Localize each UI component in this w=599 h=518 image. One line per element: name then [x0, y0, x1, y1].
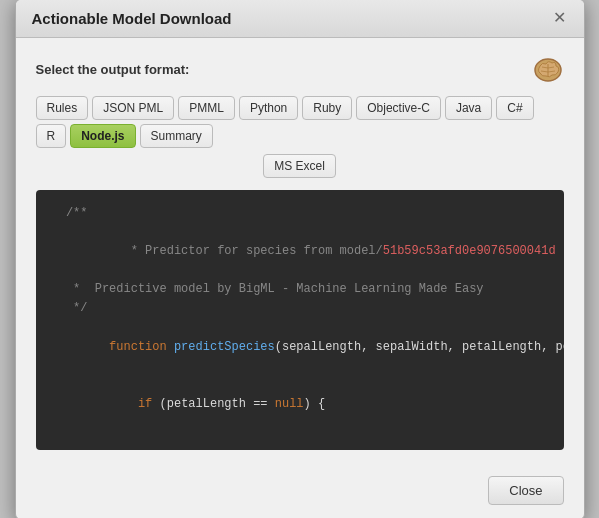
format-btn-summary[interactable]: Summary — [140, 124, 213, 148]
format-buttons-row: Rules JSON PML PMML Python Ruby Objectiv… — [36, 96, 564, 148]
format-btn-json-pml[interactable]: JSON PML — [92, 96, 174, 120]
dialog: Actionable Model Download ✕ Select the o… — [15, 0, 585, 518]
close-button[interactable]: Close — [488, 476, 563, 505]
format-btn-java[interactable]: Java — [445, 96, 492, 120]
dialog-body: Select the output format: Rules JSON PML… — [16, 38, 584, 466]
format-btn-csharp[interactable]: C# — [496, 96, 533, 120]
format-btn-rules[interactable]: Rules — [36, 96, 89, 120]
code-area: /** * Predictor for species from model/5… — [36, 190, 564, 450]
code-line-1: /** — [52, 204, 548, 223]
format-btn-python[interactable]: Python — [239, 96, 298, 120]
title-bar: Actionable Model Download ✕ — [16, 0, 584, 38]
code-line-5: function predictSpecies(sepalLength, sep… — [52, 319, 548, 377]
format-btn-objective-c[interactable]: Objective-C — [356, 96, 441, 120]
close-x-button[interactable]: ✕ — [552, 10, 568, 26]
code-line-3: * Predictive model by BigML - Machine Le… — [52, 280, 548, 299]
dialog-footer: Close — [16, 466, 584, 519]
code-line-6: if (petalLength == null) { — [52, 376, 548, 434]
format-btn-ruby[interactable]: Ruby — [302, 96, 352, 120]
dialog-title: Actionable Model Download — [32, 10, 232, 27]
format-label-row: Select the output format: — [36, 54, 564, 86]
format-buttons-row2: MS Excel — [36, 154, 564, 178]
format-btn-nodejs[interactable]: Node.js — [70, 124, 135, 148]
format-btn-msexcel[interactable]: MS Excel — [263, 154, 336, 178]
format-label: Select the output format: — [36, 62, 190, 77]
format-btn-r[interactable]: R — [36, 124, 67, 148]
brain-icon — [532, 54, 564, 86]
format-btn-pmml[interactable]: PMML — [178, 96, 235, 120]
code-line-2: * Predictor for species from model/51b59… — [52, 223, 548, 281]
code-line-4: */ — [52, 299, 548, 318]
code-line-7: return "Iris-virginica"; — [52, 434, 548, 450]
